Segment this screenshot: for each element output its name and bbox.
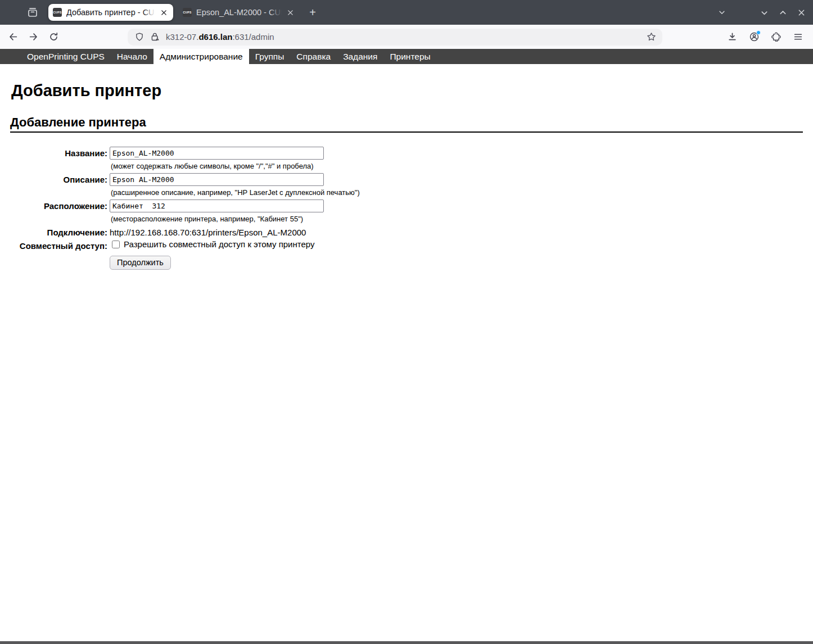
browser-toolbar: k312-07.d616.lan:631/admin	[0, 25, 813, 49]
tab-list-chevron-icon[interactable]	[715, 5, 729, 20]
form-row-submit: Продолжить	[10, 251, 360, 270]
name-input[interactable]	[110, 147, 324, 160]
window-minimize-icon[interactable]	[757, 6, 771, 19]
lock-warning-icon[interactable]	[150, 32, 160, 42]
menu-hamburger-icon[interactable]	[789, 28, 807, 46]
account-notification-dot	[756, 30, 761, 35]
forward-icon[interactable]	[24, 28, 42, 46]
bookmark-star-icon[interactable]	[647, 32, 656, 42]
description-input[interactable]	[110, 173, 324, 186]
location-input[interactable]	[110, 199, 324, 212]
nav-help[interactable]: Справка	[290, 49, 337, 64]
window-bottom-edge	[0, 641, 813, 644]
url-bar[interactable]: k312-07.d616.lan:631/admin	[128, 29, 662, 46]
tab-title: Добавить принтер - CUPS 2.4	[66, 4, 155, 21]
account-icon[interactable]	[745, 28, 763, 46]
page-content: Добавить принтер Добавление принтера Наз…	[0, 64, 813, 641]
name-hint: (может содержать любые символы, кроме "/…	[110, 160, 360, 173]
cups-favicon-icon: CUPS	[53, 8, 62, 17]
url-host-prefix: k312-07.	[166, 32, 198, 42]
nav-administration[interactable]: Администрирование	[153, 49, 249, 64]
connection-value: http://192.168.168.70:631/printers/Epson…	[110, 226, 360, 237]
cups-favicon-icon: CUPS	[183, 8, 192, 17]
form-row-location: Расположение:	[10, 199, 360, 212]
connection-label: Подключение:	[10, 226, 107, 237]
sharing-checkbox[interactable]	[112, 241, 120, 248]
location-label: Расположение:	[10, 199, 107, 212]
section-title: Добавление принтера	[10, 115, 803, 133]
nav-home[interactable]: Начало	[111, 49, 153, 64]
tab-strip: CUPS Добавить принтер - CUPS 2.4 CUPS Ep…	[0, 0, 813, 25]
continue-button[interactable]: Продолжить	[110, 256, 171, 270]
back-icon[interactable]	[4, 28, 22, 46]
form-row-sharing: Совместный доступ: Разрешить совместный …	[10, 237, 360, 251]
location-hint: (месторасположение принтера, например, "…	[110, 212, 360, 226]
url-domain: d616.lan	[198, 32, 232, 42]
window-maximize-icon[interactable]	[776, 6, 789, 19]
form-hint-row: (месторасположение принтера, например, "…	[10, 212, 360, 226]
page-title: Добавить принтер	[11, 81, 803, 100]
description-hint: (расширенное описание, например, "HP Las…	[110, 186, 360, 199]
tab-add-printer[interactable]: CUPS Добавить принтер - CUPS 2.4	[48, 4, 173, 21]
url-text[interactable]: k312-07.d616.lan:631/admin	[166, 32, 274, 42]
shield-icon[interactable]	[135, 32, 144, 42]
sharing-checkbox-label: Разрешить совместный доступ к этому прин…	[124, 239, 314, 249]
sharing-label: Совместный доступ:	[10, 237, 107, 251]
extensions-puzzle-icon[interactable]	[767, 28, 785, 46]
tab-epson-printer[interactable]: CUPS Epson_AL-M2000 - CUPS 2.4.1	[178, 4, 300, 21]
cups-nav-bar: OpenPrinting CUPS Начало Администрирован…	[0, 49, 813, 64]
tab-title: Epson_AL-M2000 - CUPS 2.4.1	[196, 4, 282, 21]
tab-close-icon[interactable]	[285, 7, 295, 17]
nav-jobs[interactable]: Задания	[337, 49, 383, 64]
nav-printers[interactable]: Принтеры	[383, 49, 436, 64]
nav-openprinting-cups[interactable]: OpenPrinting CUPS	[21, 49, 111, 64]
form-hint-row: (расширенное описание, например, "HP Las…	[10, 186, 360, 199]
name-label: Название:	[10, 147, 107, 160]
form-hint-row: (может содержать любые символы, кроме "/…	[10, 160, 360, 173]
firefox-view-icon[interactable]	[25, 5, 40, 20]
window-controls	[757, 6, 808, 19]
tab-close-icon[interactable]	[159, 7, 169, 17]
toolbar-right-icons	[723, 28, 807, 46]
new-tab-button[interactable]: +	[304, 4, 321, 21]
downloads-icon[interactable]	[723, 28, 741, 46]
reload-icon[interactable]	[44, 28, 62, 46]
form-row-connection: Подключение: http://192.168.168.70:631/p…	[10, 226, 360, 237]
nav-classes[interactable]: Группы	[249, 49, 291, 64]
window-close-icon[interactable]	[794, 6, 808, 19]
form-row-description: Описание:	[10, 173, 360, 186]
url-path: :631/admin	[232, 32, 274, 42]
form-row-name: Название:	[10, 147, 360, 160]
add-printer-form: Название: (может содержать любые символы…	[10, 147, 360, 270]
description-label: Описание:	[10, 173, 107, 186]
